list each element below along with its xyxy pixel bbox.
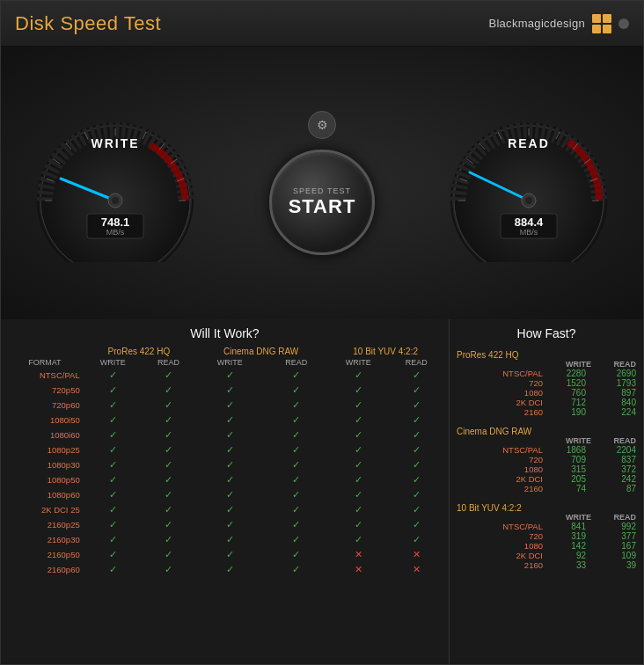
check-mark-icon: ✓	[413, 369, 421, 380]
check-mark-icon: ✓	[292, 549, 300, 559]
check-cell: ✓	[265, 442, 327, 457]
hf-data-row: NTSC/PAL18682204	[457, 445, 636, 455]
check-mark-icon: ✓	[109, 564, 117, 574]
title-bar: Disk Speed Test Blackmagicdesign	[1, 1, 643, 47]
hf-group: ProRes 422 HQWRITEREADNTSC/PAL2280269072…	[457, 346, 636, 417]
hf-data-row: 720319377	[457, 531, 636, 541]
check-mark-icon: ✓	[355, 444, 362, 455]
check-mark-icon: ✓	[165, 519, 172, 530]
check-mark-icon: ✓	[226, 444, 234, 455]
hf-format-label: NTSC/PAL	[457, 522, 546, 531]
hf-write-val: 319	[546, 531, 591, 541]
check-mark-icon: ✓	[413, 429, 421, 440]
check-cell: ✓	[327, 457, 389, 472]
check-mark-icon: ✓	[165, 444, 172, 455]
check-cell: ✓	[389, 413, 443, 428]
write-gauge: 748.1 MB/s WRITE	[27, 104, 203, 262]
cross-mark-icon: ✕	[413, 564, 421, 574]
hf-write-val: 74	[546, 484, 591, 493]
check-mark-icon: ✓	[226, 489, 234, 500]
hf-format-label: 1080	[457, 541, 546, 551]
hf-format-label: 2160	[457, 560, 546, 570]
logo-square-2	[603, 14, 611, 23]
hf-write-val: 142	[546, 541, 591, 551]
check-cell: ✓	[84, 517, 143, 532]
hf-read-val: 167	[591, 541, 636, 551]
hf-read-val: 87	[591, 484, 636, 493]
hf-data-row: 720709837	[457, 455, 636, 464]
check-mark-icon: ✓	[165, 504, 172, 515]
check-mark-icon: ✓	[109, 429, 117, 440]
check-cell: ✓	[84, 547, 143, 562]
format-cell: 720p50	[6, 383, 84, 398]
check-cell: ✓	[389, 383, 443, 398]
hf-read-val: 109	[591, 551, 636, 560]
check-mark-icon: ✓	[292, 444, 300, 455]
check-mark-icon: ✓	[292, 504, 300, 515]
check-mark-icon: ✓	[226, 564, 234, 574]
check-cell: ✓	[327, 428, 389, 442]
hf-read-val: 372	[591, 464, 636, 474]
table-row: 1080p30✓✓✓✓✓✓	[6, 457, 443, 472]
hf-group-table: ProRes 422 HQWRITEREADNTSC/PAL2280269072…	[457, 346, 636, 417]
check-mark-icon: ✓	[165, 489, 172, 500]
close-button[interactable]	[618, 18, 629, 29]
check-cell: ✓	[143, 547, 194, 562]
settings-button[interactable]: ⚙	[308, 111, 336, 139]
hf-read-val: 840	[591, 398, 636, 407]
check-cell: ✓	[327, 442, 389, 457]
check-mark-icon: ✓	[355, 459, 362, 470]
check-cell: ✓	[143, 368, 194, 383]
hf-write-val: 1520	[546, 378, 591, 388]
wiw-col-r2: READ	[265, 357, 327, 368]
hf-read-val: 897	[591, 388, 636, 398]
table-row: 1080p50✓✓✓✓✓✓	[6, 472, 443, 487]
format-cell: 2160p30	[6, 532, 84, 547]
wiw-col-w3: WRITE	[327, 357, 389, 368]
hf-data-row: 1080142167	[457, 541, 636, 551]
how-fast-content: ProRes 422 HQWRITEREADNTSC/PAL2280269072…	[457, 346, 636, 570]
check-mark-icon: ✓	[413, 504, 421, 515]
wiw-col-r3: READ	[389, 357, 443, 368]
check-cell: ✓	[389, 398, 443, 413]
table-row: NTSC/PAL✓✓✓✓✓✓	[6, 368, 443, 383]
check-mark-icon: ✓	[413, 534, 421, 544]
table-row: 1080i60✓✓✓✓✓✓	[6, 428, 443, 442]
check-cell: ✓	[265, 383, 327, 398]
hf-write-val: 92	[546, 551, 591, 560]
svg-text:WRITE: WRITE	[91, 136, 139, 150]
hf-data-row: 21603339	[457, 560, 636, 570]
check-cell: ✓	[194, 413, 265, 428]
check-cell: ✓	[327, 532, 389, 547]
hf-group-table: Cinema DNG RAWWRITEREADNTSC/PAL186822047…	[457, 422, 636, 493]
wiw-group-yuv: 10 Bit YUV 4:2:2	[327, 346, 443, 357]
check-cell: ✓	[143, 383, 194, 398]
check-mark-icon: ✓	[355, 369, 362, 380]
hf-col-header: READ	[591, 360, 636, 369]
format-cell: NTSC/PAL	[6, 368, 84, 383]
check-cell: ✓	[143, 487, 194, 502]
check-mark-icon: ✓	[109, 444, 117, 455]
check-mark-icon: ✓	[109, 504, 117, 515]
cross-mark-icon: ✕	[355, 564, 362, 574]
check-mark-icon: ✓	[355, 414, 362, 425]
hf-group-table: 10 Bit YUV 4:2:2WRITEREADNTSC/PAL8419927…	[457, 499, 636, 570]
check-cell: ✓	[194, 502, 265, 517]
check-mark-icon: ✓	[413, 444, 421, 455]
check-cell: ✓	[143, 398, 194, 413]
check-cell: ✓	[327, 517, 389, 532]
wiw-col-w2: WRITE	[194, 357, 265, 368]
check-cell: ✓	[194, 383, 265, 398]
check-cell: ✓	[265, 502, 327, 517]
check-mark-icon: ✓	[355, 489, 362, 500]
check-cell: ✓	[194, 368, 265, 383]
check-cell: ✓	[327, 368, 389, 383]
check-cell: ✓	[327, 413, 389, 428]
hf-format-label: 2K DCI	[457, 398, 546, 407]
check-cell: ✕	[327, 547, 389, 562]
check-cell: ✓	[84, 562, 143, 577]
gauges-section: 748.1 MB/s WRITE	[1, 47, 643, 319]
check-cell: ✓	[389, 502, 443, 517]
start-button[interactable]: SPEED TEST START	[269, 150, 375, 255]
how-fast-title: How Fast?	[457, 326, 636, 340]
